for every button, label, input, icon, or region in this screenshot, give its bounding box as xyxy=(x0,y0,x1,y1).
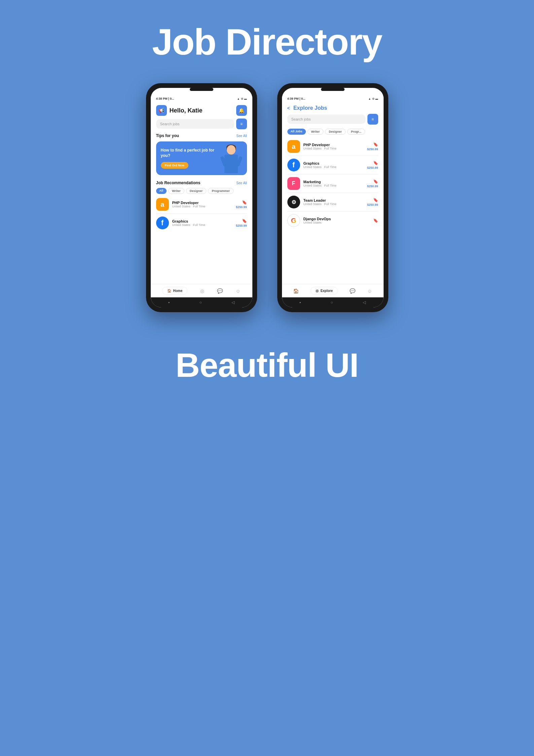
bookmark-team-leader[interactable]: 🔖 xyxy=(373,198,378,202)
app-icon: 📢 xyxy=(156,105,167,116)
google-logo: G xyxy=(287,214,300,227)
filter-button-2[interactable]: ≡ xyxy=(367,114,378,125)
job-meta-django: United States xyxy=(304,221,370,224)
bookmark-php-2[interactable]: 🔖 xyxy=(373,142,378,147)
chip-all-1[interactable]: All xyxy=(156,188,167,194)
tips-see-all[interactable]: See All xyxy=(236,134,247,138)
job-info-graphics-2: Graphics United States Full Time xyxy=(304,161,364,169)
page-title: Job Directory xyxy=(152,20,382,63)
price-graphics-2: $250.99 xyxy=(367,166,378,169)
signal-icon-2: ▲ xyxy=(368,97,371,100)
android-nav-2: ▪ ○ ◁ xyxy=(282,297,384,307)
profile-nav-icon-2[interactable]: ☺ xyxy=(367,288,372,294)
home-header-left: 📢 Hello, Katie xyxy=(156,105,203,116)
bookmark-marketing[interactable]: 🔖 xyxy=(373,179,378,184)
github-logo: ⚙ xyxy=(287,196,300,208)
phone-1: 4:38 PM | 0... ▲ ⊙ ▬ 📢 Hello, Katie 🔔 xyxy=(146,83,257,312)
github-icon: ⚙ xyxy=(291,199,296,205)
job-title-graphics-2: Graphics xyxy=(304,161,364,165)
chips-row-1: All Writer Designer Programmer xyxy=(151,187,252,195)
search-input-1[interactable]: Search jobs xyxy=(156,119,234,129)
phone-2-screen: 4:39 PM | 0... ▲ ⊙ ▬ < Explore Jobs Sear… xyxy=(282,88,384,307)
explore-nav-icon[interactable]: ◎ xyxy=(200,288,204,294)
search-input-2[interactable]: Search jobs xyxy=(287,114,365,124)
find-out-button[interactable]: Find Out Now xyxy=(161,162,189,169)
wifi-icon: ⊙ xyxy=(241,97,243,100)
screen2-content: < Explore Jobs Search jobs ≡ All Jobs Wr… xyxy=(282,102,384,297)
fb-letter-2: f xyxy=(292,161,295,169)
job-right-graphics-2: 🔖 $250.99 xyxy=(367,161,378,169)
phone-2: 4:39 PM | 0... ▲ ⊙ ▬ < Explore Jobs Sear… xyxy=(277,83,388,312)
banner-text: How to find a perfect job for you? Find … xyxy=(161,148,220,169)
dynamic-island-2 xyxy=(321,88,345,91)
screen1-content: 📢 Hello, Katie 🔔 Search jobs ≡ Tips for … xyxy=(151,102,252,297)
job-item-marketing[interactable]: F Marketing United States Full Time 🔖 $2… xyxy=(282,174,384,193)
foursquare-logo: F xyxy=(287,177,300,190)
job-item-django[interactable]: G Django DevOps United States 🔖 xyxy=(282,211,384,230)
recommendations-title: Job Recommendations xyxy=(156,180,201,185)
chip-all-jobs[interactable]: All Jobs xyxy=(287,129,306,135)
job-item-php-1[interactable]: a PHP Developer United States Full Time … xyxy=(151,195,252,213)
filter-button-1[interactable]: ≡ xyxy=(236,119,247,129)
banner-person-figure xyxy=(220,143,242,173)
android-circle: ○ xyxy=(199,300,202,305)
notification-button[interactable]: 🔔 xyxy=(236,105,247,116)
bookmark-django[interactable]: 🔖 xyxy=(373,218,378,223)
job-item-graphics-1[interactable]: f Graphics United States Full Time 🔖 $25… xyxy=(151,214,252,232)
home-header: 📢 Hello, Katie 🔔 xyxy=(151,102,252,119)
android-square: ▪ xyxy=(168,300,170,305)
android-nav-1: ▪ ○ ◁ xyxy=(151,297,252,307)
back-button[interactable]: < xyxy=(287,105,290,111)
job-item-php-2[interactable]: a PHP Developer United States Full Time … xyxy=(282,137,384,156)
profile-nav-icon[interactable]: ☺ xyxy=(236,288,240,294)
facebook-logo-2: f xyxy=(287,159,300,171)
chip-writer-1[interactable]: Writer xyxy=(168,188,184,194)
job-price-graphics-1: $250.99 xyxy=(236,224,247,227)
job-title-php-1: PHP Developer xyxy=(172,201,233,205)
explore-header: < Explore Jobs xyxy=(282,102,384,114)
home-nav-icon-2[interactable]: 🏠 xyxy=(293,288,299,294)
home-nav-button[interactable]: 🏠 Home xyxy=(162,287,187,295)
job-meta-graphics-1: United States Full Time xyxy=(172,223,233,227)
job-title-graphics-1: Graphics xyxy=(172,219,233,223)
job-right-marketing: 🔖 $250.99 xyxy=(367,179,378,188)
bookmark-icon-php-1[interactable]: 🔖 xyxy=(242,200,247,205)
messages-nav-icon[interactable]: 💬 xyxy=(217,288,223,294)
job-meta-marketing: United States Full Time xyxy=(304,184,364,187)
job-info-graphics-1: Graphics United States Full Time xyxy=(172,219,233,227)
job-loc-django: United States xyxy=(304,221,322,224)
job-title-marketing: Marketing xyxy=(304,180,364,184)
chip-progr[interactable]: Progr... xyxy=(347,129,365,135)
signal-icon: ▲ xyxy=(237,97,240,100)
job-meta-php-2: United States Full Time xyxy=(304,147,364,150)
tips-banner: How to find a perfect job for you? Find … xyxy=(156,141,247,175)
chip-designer-2[interactable]: Designer xyxy=(325,129,346,135)
job-info-php-1: PHP Developer United States Full Time xyxy=(172,201,233,208)
facebook-logo-1: f xyxy=(156,217,169,229)
job-item-graphics-2[interactable]: f Graphics United States Full Time 🔖 $25… xyxy=(282,156,384,174)
messages-nav-icon-2[interactable]: 💬 xyxy=(350,288,355,294)
amazon-letter: a xyxy=(161,201,164,208)
bookmark-icon-graphics-1[interactable]: 🔖 xyxy=(242,219,247,223)
home-nav-icon: 🏠 xyxy=(167,289,171,293)
fs-letter: F xyxy=(292,180,295,187)
chip-designer-1[interactable]: Designer xyxy=(186,188,207,194)
home-nav-label: Home xyxy=(173,289,182,293)
job-title-php-2: PHP Developer xyxy=(304,143,364,147)
price-team-leader: $250.99 xyxy=(367,203,378,206)
amazon-logo-1: a xyxy=(156,198,169,211)
job-item-team-leader[interactable]: ⚙ Team Leader United States Full Time 🔖 … xyxy=(282,193,384,211)
job-type-graphics-2: Full Time xyxy=(324,165,337,169)
figure-head xyxy=(227,145,236,155)
bookmark-graphics-2[interactable]: 🔖 xyxy=(373,161,378,165)
explore-nav-button[interactable]: ◎ Explore xyxy=(311,287,338,295)
job-info-php-2: PHP Developer United States Full Time xyxy=(304,143,364,150)
google-letter: G xyxy=(291,217,296,225)
tips-section-header: Tips for you See All xyxy=(151,132,252,139)
android-circle-2: ○ xyxy=(330,300,333,305)
search-row-2: Search jobs ≡ xyxy=(282,114,384,127)
phone-1-screen: 4:38 PM | 0... ▲ ⊙ ▬ 📢 Hello, Katie 🔔 xyxy=(151,88,252,307)
recommendations-see-all[interactable]: See All xyxy=(236,181,247,185)
chip-writer-2[interactable]: Writer xyxy=(308,129,324,135)
chip-programmer-1[interactable]: Programmer xyxy=(208,188,234,194)
